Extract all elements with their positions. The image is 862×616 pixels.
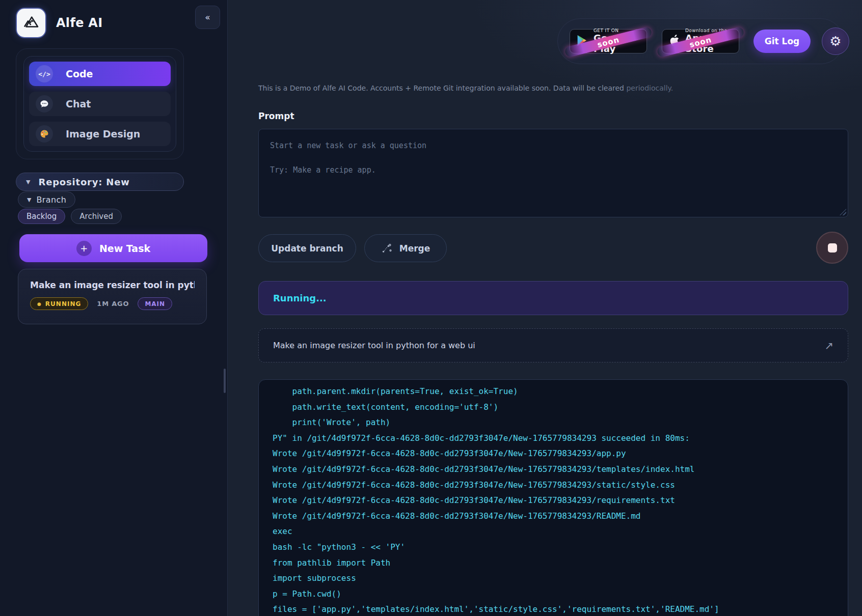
log-line: path.parent.mkdir(parents=True, exist_ok… — [273, 384, 834, 400]
log-line: files = ['app.py','templates/index.html'… — [273, 602, 834, 616]
code-icon: </> — [36, 65, 53, 82]
mountain-icon — [21, 12, 41, 34]
nav-label: Image Design — [66, 128, 140, 139]
nav-item-image-design[interactable]: Image Design — [29, 122, 171, 146]
task-age: 1M AGO — [97, 300, 129, 307]
alfe-logo — [17, 9, 45, 37]
archived-filter-button[interactable]: Archived — [71, 209, 122, 224]
log-line: Wrote /git/4d9f972f-6cca-4628-8d0c-dd279… — [273, 493, 834, 509]
google-play-badge[interactable]: GET IT ON Google Play soon — [570, 29, 647, 53]
plus-icon: + — [76, 241, 92, 256]
log-line: Wrote /git/4d9f972f-6cca-4628-8d0c-dd279… — [273, 478, 834, 493]
merge-button[interactable]: Merge — [364, 234, 447, 262]
new-task-button[interactable]: + New Task — [19, 234, 207, 262]
demo-notice-text: This is a Demo of Alfe AI Code. Accounts… — [258, 84, 626, 92]
nav-list: </> Code Chat — [23, 56, 176, 152]
nav-item-chat[interactable]: Chat — [29, 92, 171, 116]
log-line: p = Path.cwd() — [273, 586, 834, 602]
status-dot-icon: ● — [37, 301, 42, 306]
google-play-icon — [576, 34, 588, 49]
chevron-down-icon: ▼ — [26, 179, 30, 185]
update-branch-button[interactable]: Update branch — [258, 234, 356, 262]
google-play-text: GET IT ON Google Play — [594, 28, 641, 54]
main-panel: GET IT ON Google Play soon Download on t… — [228, 0, 862, 616]
sidebar-collapse-button[interactable]: « — [195, 6, 220, 29]
repository-label: Repository: New — [38, 177, 129, 187]
new-task-label: New Task — [99, 243, 150, 254]
status-label: RUNNING — [45, 300, 81, 307]
backlog-label: Backlog — [26, 212, 57, 221]
stop-icon — [828, 243, 837, 253]
brand: Alfe AI — [17, 8, 102, 38]
task-card-badges: ● RUNNING 1M AGO MAIN — [30, 297, 195, 310]
log-line: from pathlib import Path — [273, 555, 834, 571]
nav-label: Chat — [66, 98, 91, 109]
task-filters: Backlog Archived — [18, 209, 122, 224]
store-name: App Store — [685, 33, 733, 54]
branch-badge: MAIN — [138, 297, 172, 310]
app-root: Alfe AI « </> Code — [0, 0, 862, 616]
app-store-badge[interactable]: Download on the App Store soon — [662, 29, 739, 53]
backlog-filter-button[interactable]: Backlog — [18, 209, 65, 224]
stop-button[interactable] — [816, 232, 848, 264]
prompt-label: Prompt — [258, 111, 294, 121]
chat-icon — [36, 95, 53, 113]
status-badge: ● RUNNING — [30, 297, 88, 310]
merge-label: Merge — [399, 243, 430, 254]
archived-label: Archived — [79, 212, 113, 221]
log-line: exec — [273, 524, 834, 540]
task-card-title: Make an image resizer tool in python f..… — [30, 280, 195, 290]
update-branch-label: Update branch — [271, 243, 343, 254]
apple-icon — [668, 34, 680, 49]
prompt-input[interactable] — [258, 129, 848, 217]
agent-log-output[interactable]: path.parent.mkdir(parents=True, exist_ok… — [258, 379, 848, 616]
log-line: PY" in /git/4d9f972f-6cca-4628-8d0c-dd27… — [273, 431, 834, 446]
settings-button[interactable]: ⚙ — [822, 27, 849, 55]
log-line: Wrote /git/4d9f972f-6cca-4628-8d0c-dd279… — [273, 462, 834, 478]
log-line: Wrote /git/4d9f972f-6cca-4628-8d0c-dd279… — [273, 509, 834, 524]
log-line: print('Wrote', path) — [273, 415, 834, 431]
merge-icon — [381, 242, 393, 254]
demo-notice-dim-text: periodiocally. — [626, 84, 673, 92]
sidebar: Alfe AI « </> Code — [0, 0, 228, 616]
running-status-banner: Running... — [258, 281, 848, 315]
gear-icon: ⚙ — [829, 34, 841, 49]
nav-label: Code — [66, 68, 93, 79]
chevron-down-icon: ▼ — [27, 197, 31, 203]
log-line: path.write_text(content, encoding='utf-8… — [273, 400, 834, 415]
sidebar-scrollbar[interactable] — [224, 369, 226, 393]
active-task-row[interactable]: Make an image resizer tool in python for… — [258, 328, 848, 362]
repository-selector[interactable]: ▼ Repository: New — [16, 173, 184, 191]
running-status-text: Running... — [273, 293, 327, 303]
branch-label: Branch — [36, 195, 66, 205]
store-name: Google Play — [594, 33, 641, 54]
nav-item-code[interactable]: </> Code — [29, 62, 171, 86]
open-task-icon[interactable]: ↗ — [824, 340, 833, 352]
log-line: import subprocess — [273, 571, 834, 586]
log-line: Wrote /git/4d9f972f-6cca-4628-8d0c-dd279… — [273, 446, 834, 462]
branch-selector[interactable]: ▼ Branch — [18, 191, 75, 208]
git-log-button[interactable]: Git Log — [753, 30, 811, 53]
app-store-text: Download on the App Store — [685, 28, 733, 54]
log-line: bash -lc "python3 - << 'PY' — [273, 540, 834, 555]
nav-container: </> Code Chat — [16, 48, 184, 159]
collapse-icon: « — [205, 12, 210, 22]
task-card[interactable]: Make an image resizer tool in python f..… — [18, 269, 207, 324]
palette-icon — [36, 125, 53, 143]
demo-notice: This is a Demo of Alfe AI Code. Accounts… — [258, 84, 673, 92]
app-title: Alfe AI — [56, 16, 102, 30]
header-actions: GET IT ON Google Play soon Download on t… — [557, 18, 844, 64]
active-task-title: Make an image resizer tool in python for… — [273, 341, 824, 350]
